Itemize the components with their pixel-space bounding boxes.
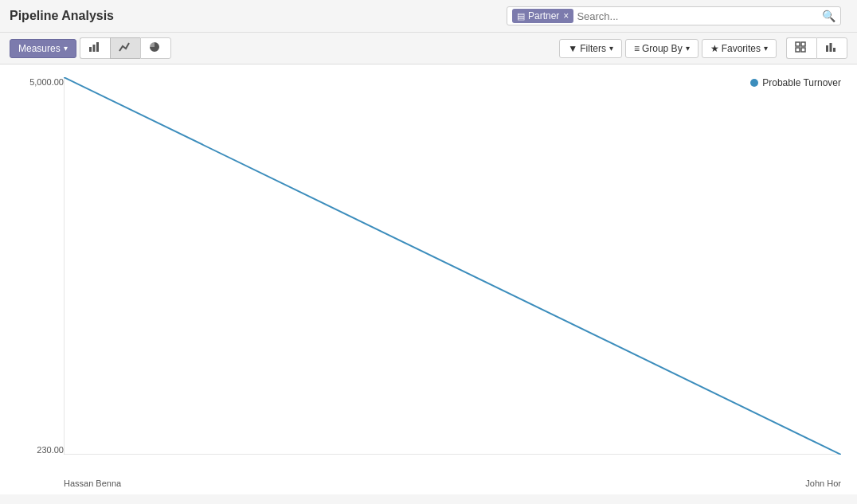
- bar-chart-button[interactable]: [80, 37, 110, 59]
- filter-icon: ▼: [568, 43, 577, 54]
- x-end-label: John Hor: [805, 479, 841, 488]
- search-area: ▤ Partner × 🔍: [507, 6, 841, 25]
- groupby-button[interactable]: ≡ Group By ▾: [625, 39, 699, 58]
- favorites-button[interactable]: ★ Favorites ▾: [702, 39, 777, 58]
- right-view-buttons: [786, 37, 847, 59]
- favorites-caret: ▾: [764, 44, 768, 53]
- chart-line: [64, 77, 841, 455]
- favorites-icon: ★: [710, 43, 719, 54]
- chart-view-icon: [825, 41, 839, 55]
- pie-chart-button[interactable]: [140, 37, 171, 59]
- search-tag-label: Partner: [528, 10, 559, 21]
- search-tag: ▤ Partner ×: [512, 9, 573, 23]
- measures-caret: ▾: [64, 44, 68, 53]
- toolbar: Measures ▾ ▼ Filters ▾ ≡: [0, 33, 857, 64]
- pivot-icon: [795, 41, 808, 55]
- line-chart-icon: [119, 41, 132, 55]
- y-min-label: 230.00: [37, 445, 64, 455]
- svg-rect-2: [96, 42, 99, 52]
- groupby-caret: ▾: [686, 44, 690, 53]
- line-chart-button[interactable]: [110, 37, 140, 59]
- page-title: Pipeline Analysis: [10, 9, 114, 23]
- y-axis: 5,000.00 230.00: [8, 77, 64, 455]
- chart-area: Probable Turnover 5,000.00 230.00 Hassan…: [0, 64, 857, 494]
- svg-rect-3: [796, 42, 800, 46]
- chart-svg: [64, 77, 841, 455]
- favorites-label: Favorites: [722, 43, 761, 54]
- svg-rect-8: [830, 43, 832, 52]
- search-button[interactable]: 🔍: [822, 10, 835, 22]
- svg-rect-4: [801, 42, 805, 46]
- pie-chart-icon: [149, 41, 162, 55]
- x-start-label: Hassan Benna: [64, 479, 121, 488]
- svg-rect-7: [826, 45, 828, 52]
- bar-chart-icon: [88, 41, 102, 55]
- pivot-view-button[interactable]: [786, 37, 816, 59]
- filters-caret: ▾: [609, 44, 613, 53]
- filter-buttons: ▼ Filters ▾ ≡ Group By ▾ ★ Favorites ▾: [559, 39, 780, 58]
- filters-label: Filters: [580, 43, 606, 54]
- svg-rect-1: [92, 45, 95, 52]
- groupby-label: Group By: [642, 43, 683, 54]
- measures-label: Measures: [18, 43, 61, 54]
- svg-rect-6: [801, 48, 805, 52]
- search-tag-close[interactable]: ×: [563, 10, 569, 21]
- header-bar: Pipeline Analysis ▤ Partner × 🔍: [0, 0, 857, 33]
- svg-rect-9: [833, 48, 835, 52]
- chart-type-buttons: [80, 37, 171, 59]
- filters-button[interactable]: ▼ Filters ▾: [559, 39, 622, 58]
- svg-rect-0: [89, 47, 92, 52]
- x-axis: Hassan Benna John Hor: [64, 479, 841, 488]
- search-input[interactable]: [577, 10, 822, 22]
- chart-view-button[interactable]: [816, 37, 847, 59]
- measures-button[interactable]: Measures ▾: [10, 39, 76, 58]
- y-max-label: 5,000.00: [29, 77, 64, 87]
- svg-rect-5: [796, 48, 800, 52]
- search-tag-icon: ▤: [517, 11, 525, 21]
- groupby-icon: ≡: [634, 43, 640, 54]
